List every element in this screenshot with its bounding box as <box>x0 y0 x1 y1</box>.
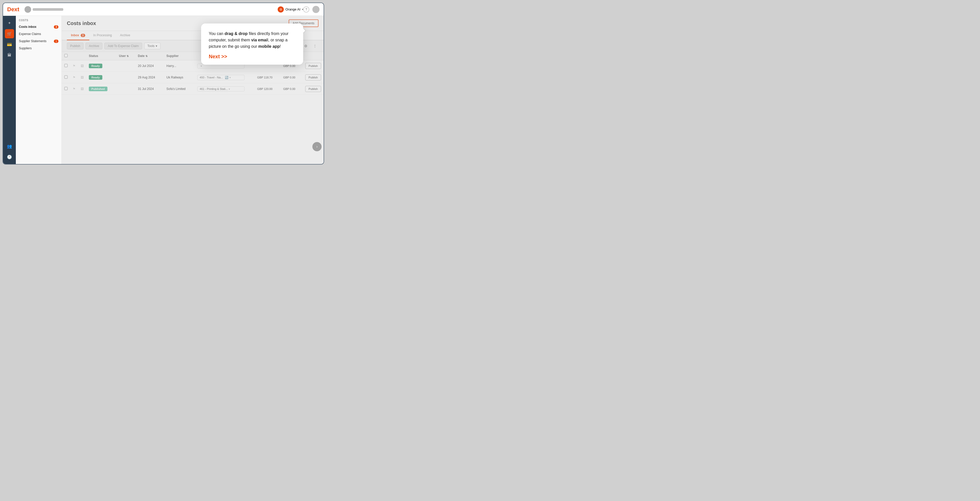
nav-rail-bottom: 👥 🕐 <box>5 142 14 161</box>
tooltip-bold-email: via emai <box>251 38 267 42</box>
tab-inbox[interactable]: Inbox 3 <box>67 31 89 40</box>
row3-user <box>116 83 135 95</box>
row2-status-badge: Ready <box>89 75 102 80</box>
row2-category-chevron: ▾ <box>229 76 231 79</box>
row2-tax: GBP 0.00 <box>281 72 303 83</box>
row3-publish-button[interactable]: Publish <box>305 86 321 92</box>
row3-checkbox[interactable] <box>64 87 68 90</box>
tooltip-popup: You can drag & drop files directly from … <box>201 24 303 65</box>
table-row: ⚑ 🖼 Published 31 Jul 2024 Sofa's Limited… <box>62 83 324 95</box>
tab-in-processing[interactable]: In Processing <box>89 31 116 40</box>
add-expense-claim-button[interactable]: Add To Expense Claim <box>104 43 142 49</box>
table-row: ⚑ 🖼 Ready 29 Aug 2024 Uk Railways 493 - … <box>62 72 324 83</box>
row2-user <box>116 72 135 83</box>
row1-status-badge: Ready <box>89 64 102 68</box>
row1-date: 20 Jul 2024 <box>135 60 164 72</box>
col-supplier: Supplier <box>164 52 195 60</box>
sidebar-item-suppliers[interactable]: Suppliers <box>16 45 62 52</box>
content-area: Costs inbox Add Documents Inbox 3 In Pro… <box>62 16 324 164</box>
row2-publish-button[interactable]: Publish <box>305 74 321 80</box>
table-wrapper: Status User ⇅ Date ⇅ Supplier <box>62 52 324 164</box>
sidebar-item-supplier-statements[interactable]: Supplier Statements 1 <box>16 38 62 45</box>
row2-category-label: 493 - Travel - Na... <box>200 76 223 79</box>
row3-supplier: Sofa's Limited <box>164 83 195 95</box>
row3-doc-icon[interactable]: 🖼 <box>81 87 84 91</box>
row2-category-select[interactable]: 493 - Travel - Na... 🔄 ▾ <box>197 75 244 80</box>
row3-flag-icon[interactable]: ⚑ <box>73 87 76 91</box>
col-status: Status <box>86 52 116 60</box>
tooltip-text: You can drag & drop files directly from … <box>209 31 296 49</box>
tools-chevron-icon: ▾ <box>156 44 157 48</box>
row2-doc-icon[interactable]: 🖼 <box>81 76 84 79</box>
main-layout: + 🛒 💳 🏛 👥 🕐 COSTS Costs inbox 3 Expense … <box>3 16 324 164</box>
sidebar-item-suppliers-label: Suppliers <box>19 46 32 50</box>
nav-add-icon[interactable]: + <box>5 18 14 27</box>
tools-button[interactable]: Tools ▾ <box>144 43 161 49</box>
settings-icon[interactable]: ⚙ <box>302 42 309 49</box>
user-name-blurred <box>33 8 63 11</box>
sidebar: COSTS Costs inbox 3 Expense Claims Suppl… <box>16 16 62 164</box>
select-all-checkbox[interactable] <box>64 54 68 57</box>
header-right: ? <box>303 6 320 13</box>
archive-button[interactable]: Archive <box>86 43 102 49</box>
sidebar-item-costs-inbox[interactable]: Costs inbox 3 <box>16 23 62 30</box>
help-icon[interactable]: ? <box>303 6 309 13</box>
row2-supplier: Uk Railways <box>164 72 195 83</box>
nav-bank-icon[interactable]: 🏛 <box>5 51 14 60</box>
sidebar-item-expense-claims-label: Expense Claims <box>19 32 41 36</box>
nav-costs-icon[interactable]: 🛒 <box>5 29 14 38</box>
user-avatar <box>24 6 31 13</box>
scroll-right-button[interactable]: › <box>312 142 321 151</box>
row3-date: 31 Jul 2024 <box>135 83 164 95</box>
top-header: Dext O Orange AI ▾ ? <box>3 3 324 16</box>
row1-doc-icon[interactable]: 🖼 <box>81 64 84 68</box>
row1-checkbox[interactable] <box>64 64 68 67</box>
tab-archive-label: Archive <box>120 34 130 37</box>
org-selector[interactable]: O Orange AI ▾ <box>278 6 303 13</box>
row1-supplier: Harry... <box>164 60 195 72</box>
col-user[interactable]: User ⇅ <box>116 52 135 60</box>
tab-archive[interactable]: Archive <box>116 31 134 40</box>
tooltip-next-button[interactable]: Next >> <box>209 54 296 59</box>
user-area <box>24 6 274 13</box>
nav-rail: + 🛒 💳 🏛 👥 🕐 <box>3 16 16 164</box>
tools-button-label: Tools <box>148 44 155 48</box>
row3-category-chevron: ▾ <box>229 88 230 91</box>
tooltip-bold-drag-drop: drag & drop <box>224 32 248 36</box>
sidebar-costs-inbox-badge: 3 <box>54 25 59 29</box>
row2-flag-icon[interactable]: ⚑ <box>73 76 76 79</box>
publish-button[interactable]: Publish <box>67 43 83 49</box>
row1-user <box>116 60 135 72</box>
tab-in-processing-label: In Processing <box>94 34 112 37</box>
more-icon[interactable]: ⋮ <box>311 42 318 49</box>
org-name: Orange AI <box>285 7 301 11</box>
row1-flag-icon[interactable]: ⚑ <box>73 64 76 68</box>
sidebar-section-label: COSTS <box>16 19 62 23</box>
row3-tax: GBP 0.00 <box>281 83 303 95</box>
row2-date: 29 Aug 2024 <box>135 72 164 83</box>
tooltip-bold-mobile: mobile app <box>258 44 280 49</box>
row3-amount: GBP 120.00 <box>255 83 281 95</box>
row2-checkbox[interactable] <box>64 75 68 79</box>
nav-card-icon[interactable]: 💳 <box>5 40 14 49</box>
row1-category-chevron: ▾ <box>200 65 202 67</box>
tab-inbox-count: 3 <box>81 34 85 37</box>
row2-sync-icon: 🔄 <box>225 76 228 79</box>
row3-status-badge: Published <box>89 86 107 91</box>
sidebar-item-supplier-statements-label: Supplier Statements <box>19 39 46 43</box>
tab-inbox-label: Inbox <box>71 34 79 37</box>
col-date[interactable]: Date ⇅ <box>135 52 164 60</box>
sidebar-item-expense-claims[interactable]: Expense Claims <box>16 30 62 38</box>
app-logo: Dext <box>7 6 19 13</box>
nav-history-icon[interactable]: 🕐 <box>5 152 14 161</box>
row2-amount: GBP 118.70 <box>255 72 281 83</box>
row1-publish-button[interactable]: Publish <box>305 63 321 69</box>
header-user-avatar[interactable] <box>312 6 320 13</box>
sidebar-item-costs-inbox-label: Costs inbox <box>19 25 37 29</box>
nav-users-icon[interactable]: 👥 <box>5 142 14 151</box>
org-badge: O <box>278 6 284 13</box>
row3-category-label: 461 - Printing & Stati... <box>200 88 228 91</box>
sidebar-supplier-statements-badge: 1 <box>54 40 59 43</box>
row3-category-select[interactable]: 461 - Printing & Stati... ▾ <box>197 86 244 91</box>
